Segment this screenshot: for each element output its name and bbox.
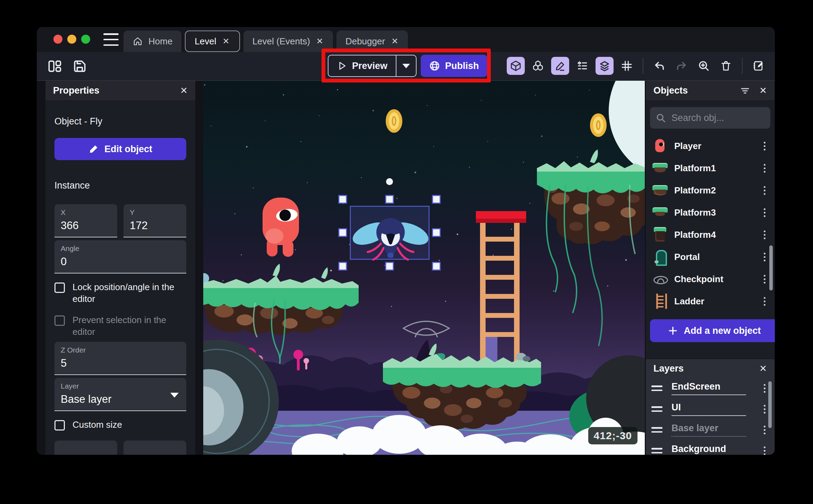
scene-editor-canvas[interactable]: 412;-30 bbox=[203, 81, 645, 455]
save-icon[interactable] bbox=[72, 59, 87, 74]
object-list-item[interactable]: Checkpoint bbox=[646, 268, 775, 290]
drag-handle-icon[interactable] bbox=[651, 426, 662, 434]
tab[interactable]: Home ✕ bbox=[123, 31, 181, 52]
objects-scrollbar[interactable] bbox=[769, 245, 773, 290]
object-name: Portal bbox=[674, 252, 700, 262]
tab[interactable]: Debugger ✕ bbox=[336, 31, 408, 52]
object-list-item[interactable]: Platform2 bbox=[646, 179, 775, 201]
object-list-item[interactable]: Platform4 bbox=[646, 224, 775, 246]
layers-scrollbar[interactable] bbox=[768, 381, 772, 428]
publish-button[interactable]: Publish bbox=[421, 55, 487, 77]
layer-row[interactable]: UI bbox=[646, 399, 775, 419]
drag-handle-icon[interactable] bbox=[651, 405, 662, 413]
toggle-3d-view-button[interactable] bbox=[507, 57, 525, 75]
close-icon[interactable]: ✕ bbox=[759, 363, 767, 374]
object-list-item[interactable]: Ladder bbox=[646, 290, 775, 312]
prevent-selection-checkbox[interactable] bbox=[54, 315, 65, 326]
kebab-menu-icon[interactable] bbox=[762, 424, 768, 436]
x-field[interactable]: X 366 bbox=[54, 204, 117, 237]
play-icon bbox=[337, 61, 347, 71]
coin-instance[interactable] bbox=[590, 113, 607, 137]
edit-scene-properties-button[interactable] bbox=[750, 57, 768, 75]
objects-panel: Objects ✕ Player bbox=[646, 81, 775, 359]
kebab-menu-icon[interactable] bbox=[762, 251, 768, 263]
instances-list-button[interactable] bbox=[573, 57, 591, 75]
layer-row[interactable]: Background bbox=[646, 440, 775, 455]
kebab-menu-icon[interactable] bbox=[762, 273, 768, 286]
layer-name-field[interactable]: UI bbox=[671, 402, 746, 416]
edit-mode-button[interactable] bbox=[551, 57, 569, 75]
pencil-icon bbox=[88, 144, 99, 154]
object-name: Ladder bbox=[674, 296, 704, 307]
close-icon[interactable]: ✕ bbox=[759, 85, 767, 96]
toolbar-right-icons bbox=[507, 55, 768, 77]
layer-name-field[interactable]: Background bbox=[671, 444, 746, 455]
add-new-object-button[interactable]: Add a new object bbox=[650, 319, 775, 342]
tab-close-icon[interactable]: ✕ bbox=[316, 36, 324, 46]
object-thumbnail-icon bbox=[652, 271, 668, 287]
object-name: Platform3 bbox=[674, 207, 716, 218]
maximize-window-button[interactable] bbox=[81, 35, 90, 44]
lock-position-checkbox[interactable] bbox=[54, 283, 65, 293]
y-field[interactable]: Y 172 bbox=[123, 204, 186, 237]
object-list-item[interactable]: Player bbox=[646, 135, 775, 157]
object-list-item[interactable]: Platform1 bbox=[646, 157, 775, 179]
rotation-handle[interactable] bbox=[386, 178, 393, 185]
objects-list-button[interactable] bbox=[529, 57, 547, 75]
drag-handle-icon[interactable] bbox=[651, 384, 662, 392]
object-list-item[interactable]: Portal bbox=[646, 246, 775, 268]
publish-label: Publish bbox=[445, 61, 479, 71]
drag-handle-icon[interactable] bbox=[651, 446, 662, 455]
z-order-field[interactable]: Z Order 5 bbox=[54, 342, 186, 375]
main-menu-icon[interactable] bbox=[103, 33, 119, 46]
properties-title: Properties bbox=[53, 85, 100, 96]
filter-icon[interactable] bbox=[740, 86, 750, 96]
chevron-down-icon bbox=[170, 393, 179, 398]
object-name: Platform1 bbox=[674, 163, 716, 174]
kebab-menu-icon[interactable] bbox=[762, 444, 768, 455]
tab[interactable]: Level (Events) ✕ bbox=[243, 31, 333, 52]
layer-row[interactable]: Base layer bbox=[646, 419, 775, 440]
angle-field[interactable]: Angle 0 bbox=[54, 240, 186, 273]
instance-heading: Instance bbox=[54, 180, 186, 191]
close-window-button[interactable] bbox=[53, 35, 62, 44]
zoom-in-button[interactable] bbox=[695, 57, 713, 75]
kebab-menu-icon[interactable] bbox=[762, 295, 768, 308]
tab-label: Home bbox=[148, 36, 172, 47]
search-input[interactable] bbox=[671, 112, 765, 124]
undo-button[interactable] bbox=[650, 57, 668, 75]
undo-icon bbox=[653, 60, 665, 72]
tab-bar: Home ✕ Level ✕ Level (Events) ✕ bbox=[37, 27, 775, 52]
object-list-item[interactable]: Platform3 bbox=[646, 201, 775, 224]
preview-options-button[interactable] bbox=[396, 55, 416, 76]
layer-row[interactable]: EndScreen bbox=[646, 378, 775, 399]
panels-layout-icon[interactable] bbox=[47, 59, 62, 74]
layers-button[interactable] bbox=[596, 57, 614, 75]
layer-select[interactable]: Layer Base layer bbox=[54, 378, 186, 411]
preview-label: Preview bbox=[352, 61, 387, 71]
redo-button[interactable] bbox=[673, 57, 691, 75]
grid-button[interactable] bbox=[618, 57, 636, 75]
kebab-menu-icon[interactable] bbox=[762, 228, 768, 241]
close-icon[interactable]: ✕ bbox=[180, 85, 188, 96]
kebab-menu-icon[interactable] bbox=[762, 162, 768, 175]
kebab-menu-icon[interactable] bbox=[762, 206, 768, 219]
tab-label: Level bbox=[195, 36, 216, 47]
preview-button[interactable]: Preview bbox=[328, 55, 396, 76]
search-icon bbox=[656, 113, 666, 123]
kebab-menu-icon[interactable] bbox=[762, 382, 768, 395]
layer-name-field[interactable]: EndScreen bbox=[671, 381, 746, 395]
tab-close-icon[interactable]: ✕ bbox=[222, 36, 230, 46]
scene-edit-icon bbox=[753, 60, 764, 72]
custom-size-checkbox[interactable] bbox=[54, 420, 65, 431]
kebab-menu-icon[interactable] bbox=[762, 403, 768, 416]
tab[interactable]: Level ✕ bbox=[185, 31, 240, 52]
delete-button[interactable] bbox=[717, 57, 735, 75]
minimize-window-button[interactable] bbox=[67, 35, 76, 44]
kebab-menu-icon[interactable] bbox=[762, 140, 768, 153]
coin-instance[interactable] bbox=[386, 109, 402, 133]
edit-object-button[interactable]: Edit object bbox=[54, 138, 186, 160]
tab-close-icon[interactable]: ✕ bbox=[391, 36, 399, 46]
layer-name-field[interactable]: Base layer bbox=[671, 423, 746, 437]
kebab-menu-icon[interactable] bbox=[762, 184, 768, 197]
